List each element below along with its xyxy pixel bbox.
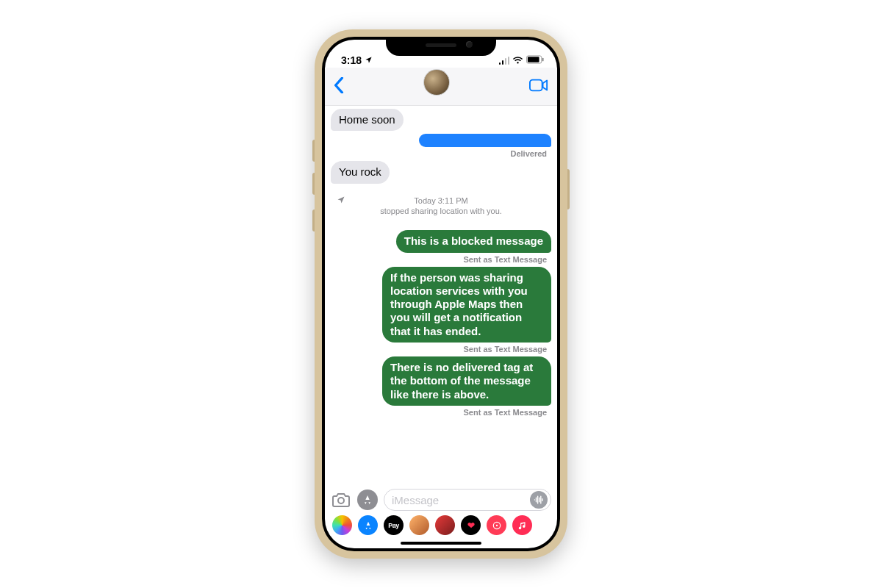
message-bubble: You rock — [331, 161, 390, 183]
location-arrow-icon — [365, 56, 373, 65]
screen: 3:18 — [325, 40, 557, 548]
notch — [386, 37, 496, 56]
apple-pay-app-icon[interactable]: Pay — [384, 515, 404, 535]
sms-status: Sent as Text Message — [331, 345, 551, 354]
message-bubble — [419, 134, 551, 147]
phone-frame: 3:18 — [315, 29, 567, 559]
voice-dictation-button[interactable] — [530, 491, 548, 509]
stickers-app-icon[interactable] — [435, 515, 455, 535]
home-indicator[interactable] — [401, 542, 481, 545]
music-app-icon[interactable] — [512, 515, 532, 535]
message-bubble: Home soon — [331, 109, 404, 131]
find-my-app-icon[interactable] — [487, 515, 506, 535]
system-time: Today 3:11 PM — [353, 196, 529, 207]
message-outgoing-sms[interactable]: There is no delivered tag at the bottom … — [331, 356, 551, 406]
imessage-app-drawer[interactable]: Pay ❤ — [325, 512, 557, 539]
memoji-app-icon[interactable] — [409, 515, 429, 535]
sms-status: Sent as Text Message — [331, 255, 551, 264]
photos-app-icon[interactable] — [332, 515, 352, 535]
status-time: 3:18 — [341, 54, 362, 66]
battery-icon — [526, 54, 544, 66]
cell-signal-icon — [499, 57, 510, 65]
svg-rect-1 — [528, 57, 539, 62]
facetime-button[interactable] — [529, 79, 548, 95]
location-icon — [337, 196, 345, 207]
app-store-button[interactable] — [357, 490, 378, 510]
svg-rect-2 — [542, 58, 544, 62]
message-bubble: This is a blocked message — [396, 230, 551, 252]
appstore-app-icon[interactable] — [358, 515, 378, 535]
phone-bezel: 3:18 — [322, 37, 560, 551]
message-bubble: There is no delivered tag at the bottom … — [382, 356, 551, 406]
svg-point-4 — [338, 498, 344, 503]
wifi-icon — [512, 54, 523, 66]
sms-status: Sent as Text Message — [331, 408, 551, 417]
conversation-header — [325, 68, 557, 106]
delivery-status: Delivered — [331, 149, 551, 158]
message-incoming[interactable]: Home soon — [331, 109, 551, 131]
message-outgoing-sms[interactable]: If the person was sharing location servi… — [331, 267, 551, 343]
system-notice: Today 3:11 PM stopped sharing location w… — [331, 193, 551, 220]
svg-point-6 — [495, 524, 497, 526]
back-button[interactable] — [334, 77, 344, 96]
digital-touch-app-icon[interactable]: ❤ — [461, 515, 481, 535]
contact-avatar[interactable] — [423, 69, 450, 96]
message-outgoing-sms[interactable]: This is a blocked message — [331, 230, 551, 252]
compose-bar: iMessage — [325, 484, 557, 512]
svg-rect-3 — [530, 79, 542, 90]
input-placeholder: iMessage — [392, 494, 439, 506]
message-input[interactable]: iMessage — [384, 489, 551, 511]
message-list[interactable]: Home soon Delivered You rock Today 3:11 … — [325, 106, 557, 484]
system-body: stopped sharing location with you. — [353, 206, 529, 217]
message-incoming[interactable]: You rock — [331, 161, 551, 183]
message-outgoing[interactable] — [331, 134, 551, 147]
camera-button[interactable] — [331, 490, 351, 510]
message-bubble: If the person was sharing location servi… — [382, 267, 551, 343]
